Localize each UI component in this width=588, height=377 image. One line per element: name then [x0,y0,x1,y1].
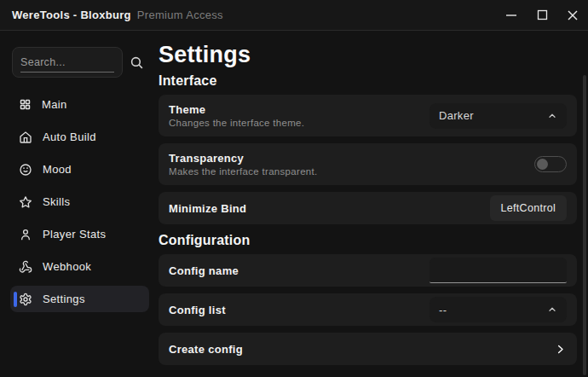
maximize-icon [537,9,548,20]
config-list-dropdown-value: -- [439,304,447,316]
theme-dropdown[interactable]: Darker [429,103,567,129]
sidebar-item-player-stats[interactable]: Player Stats [10,221,149,247]
sidebar-item-label: Mood [43,163,72,176]
sidebar-item-auto-build[interactable]: Auto Build [10,124,149,150]
settings-page: Settings Interface Theme Changes the int… [156,31,588,376]
app-title: WereTools - Bloxburg [12,9,131,21]
transparency-description: Makes the interface transparent. [169,166,318,177]
search-bar [12,47,144,78]
config-list-label: Config list [169,304,226,316]
sidebar: Main Auto Build Mood [0,31,156,376]
page-title: Settings [159,42,577,68]
search-input[interactable] [20,56,114,72]
close-icon [567,9,579,21]
config-list-row: Config list -- [159,293,577,326]
grid-icon [19,98,32,111]
theme-label: Theme [169,103,304,116]
theme-row: Theme Changes the interface theme. Darke… [159,95,577,136]
vertical-scrollbar[interactable] [583,75,586,375]
minimize-bind-button[interactable]: LeftControl [490,195,567,221]
webhook-icon [19,260,32,274]
sidebar-item-label: Skills [43,195,70,208]
sidebar-item-settings[interactable]: Settings [10,286,149,312]
section-heading-configuration: Configuration [159,233,577,248]
premium-access-label: Premium Access [137,9,223,21]
theme-dropdown-value: Darker [439,109,474,122]
config-list-dropdown[interactable]: -- [429,297,567,322]
sidebar-item-label: Webhook [43,260,91,273]
search-icon[interactable] [130,55,144,70]
sidebar-nav: Main Auto Build Mood [0,91,156,312]
chevron-right-icon [554,343,567,356]
star-icon [19,195,32,209]
sidebar-item-label: Settings [43,293,85,305]
config-name-label: Config name [169,264,239,277]
maximize-button[interactable] [527,0,557,31]
person-icon [19,228,32,241]
theme-description: Changes the interface theme. [169,118,304,128]
sidebar-item-webhook[interactable]: Webhook [10,253,149,280]
config-name-row: Config name [159,254,577,287]
transparency-label: Transparency [169,152,318,165]
home-icon [19,130,32,144]
sidebar-item-label: Auto Build [43,130,96,143]
sidebar-item-main[interactable]: Main [10,91,149,118]
minimize-icon [505,9,517,21]
section-heading-interface: Interface [159,73,577,89]
minimize-button[interactable] [496,0,527,31]
chevron-up-icon [547,111,557,121]
config-name-input[interactable] [429,258,567,283]
search-box [12,47,123,78]
close-button[interactable] [557,0,588,31]
titlebar-titles: WereTools - Bloxburg Premium Access [12,9,223,21]
minimize-bind-row: Minimize Bind LeftControl [159,192,577,224]
minimize-bind-label: Minimize Bind [169,202,246,215]
create-config-label: Create config [169,343,243,356]
app-window: WereTools - Bloxburg Premium Access [0,0,588,377]
smiley-icon [19,163,32,177]
sidebar-item-skills[interactable]: Skills [10,188,149,215]
chevron-up-icon [547,304,557,315]
theme-row-text: Theme Changes the interface theme. [169,103,304,128]
sidebar-item-label: Player Stats [43,228,106,241]
sidebar-item-mood[interactable]: Mood [10,156,149,183]
toggle-knob [537,159,548,170]
gear-icon [19,293,32,306]
sidebar-item-label: Main [42,98,67,111]
window-controls [496,0,588,30]
transparency-row: Transparency Makes the interface transpa… [159,143,577,185]
create-config-row[interactable]: Create config [159,333,577,365]
titlebar: WereTools - Bloxburg Premium Access [0,0,588,31]
transparency-toggle[interactable] [534,156,567,172]
transparency-row-text: Transparency Makes the interface transpa… [169,152,318,177]
